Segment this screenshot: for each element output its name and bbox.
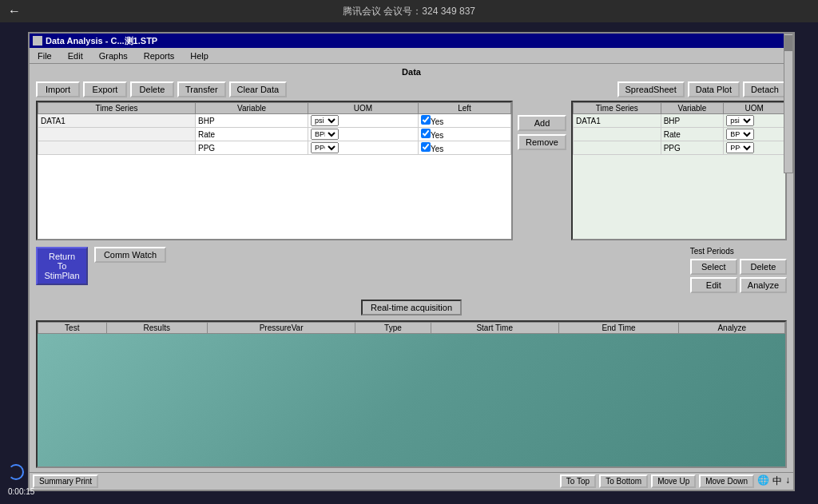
left-check-2[interactable] [421,129,431,138]
r-uom-select-1[interactable]: psi [726,115,754,126]
summary-print-button[interactable]: Summary Print [33,474,98,488]
bt-col-endtime: End Time [558,323,679,334]
left-check-1[interactable] [421,115,431,125]
return-line1: Return [49,252,75,261]
r-cell-var-2: Rate [661,128,724,141]
window-title-bar: Data Analysis - C...测1.STP [30,34,793,48]
analyze-button[interactable]: Analyze [740,277,787,293]
table-row: DATA1 BHP psi [574,114,785,128]
move-up-button[interactable]: Move Up [651,474,696,488]
bt-col-pressurevar: PressureVar [208,323,355,334]
bottom-data-table: Test Results PressureVar Type Start Time… [38,322,785,334]
left-data-table: Time Series Variable UOM Left DATA1 BHP … [38,102,511,155]
timer-spinner [8,464,24,480]
r-col-variable: Variable [661,103,724,114]
bt-col-test: Test [38,323,107,334]
r-uom-select-3[interactable]: PPG [726,142,754,153]
cell-left-1: Yes [418,114,510,128]
menu-help[interactable]: Help [185,50,213,62]
uom-select-2[interactable]: BPM [311,129,339,140]
menu-reports[interactable]: Reports [139,50,180,62]
delete-button[interactable]: Delete [130,81,174,97]
comm-watch-area: Comm Watch [94,247,166,263]
right-data-table: Time Series Variable UOM DATA1 BHP psi [573,102,785,155]
cell-uom-1: psi [308,114,419,128]
data-section-label: Data [36,67,787,77]
icon-chinese: 中 [772,474,782,488]
r-cell-ts-1: DATA1 [574,114,661,128]
table-row: PPG PPG Yes [38,141,511,155]
cell-left-3: Yes [418,141,510,155]
icon-globe: 🌐 [757,474,769,488]
detach-button[interactable]: Detach [743,81,787,97]
r-cell-uom-2: BPM [724,128,785,141]
add-remove-col: Add Remove [518,101,566,150]
table-row: DATA1 BHP psi Yes [38,114,511,128]
menu-edit[interactable]: Edit [63,50,88,62]
export-button[interactable]: Export [83,81,127,97]
top-button-row: Import Export Delete Transfer Clear Data… [36,81,787,97]
cell-time-series-3 [38,141,196,155]
menu-bar: File Edit Graphs Reports Help [30,48,793,64]
left-table-area: Time Series Variable UOM Left DATA1 BHP … [36,101,513,240]
cell-uom-3: PPG [308,141,419,155]
return-line3: StimPlan [44,271,79,280]
col-uom: UOM [308,103,419,114]
to-bottom-button[interactable]: To Bottom [599,474,648,488]
right-table-area: Time Series Variable UOM DATA1 BHP psi [571,101,787,240]
menu-file[interactable]: File [33,50,57,62]
window-icon [33,36,42,46]
realtime-button[interactable]: Real-time acquisition [361,300,462,315]
main-window: Data Analysis - C...测1.STP File Edit Gra… [28,32,795,491]
test-periods-buttons: Select Delete Edit Analyze [690,259,787,293]
cell-time-series-1: DATA1 [38,114,196,128]
cell-left-2: Yes [418,128,510,141]
col-left: Left [418,103,510,114]
transfer-button[interactable]: Transfer [177,81,226,97]
to-top-button[interactable]: To Top [560,474,596,488]
bt-col-starttime: Start Time [431,323,558,334]
realtime-section: Real-time acquisition [36,300,787,315]
col-time-series: Time Series [38,103,196,114]
move-down-button[interactable]: Move Down [699,474,754,488]
edit-button[interactable]: Edit [690,277,737,293]
test-periods-label: Test Periods [690,247,734,256]
cell-uom-2: BPM [308,128,419,141]
test-periods-area: Test Periods Select Delete Edit Analyze [690,247,787,293]
meeting-info: 腾讯会议 会议号：324 349 837 [343,5,475,18]
tp-delete-button[interactable]: Delete [740,259,787,275]
comm-watch-button[interactable]: Comm Watch [94,247,166,263]
r-cell-var-3: PPG [661,141,724,155]
r-col-time-series: Time Series [574,103,661,114]
r-cell-var-1: BHP [661,114,724,128]
uom-select-1[interactable]: psi [311,115,339,126]
right-scrollbar[interactable] [784,34,793,173]
r-col-uom: UOM [724,103,785,114]
remove-button[interactable]: Remove [518,134,566,150]
cell-time-series-2 [38,128,196,141]
add-button[interactable]: Add [518,115,566,131]
r-uom-select-2[interactable]: BPM [726,129,754,140]
bt-col-analyze: Analyze [679,323,785,334]
col-variable: Variable [196,103,308,114]
menu-graphs[interactable]: Graphs [94,50,133,62]
clear-data-button[interactable]: Clear Data [229,81,288,97]
bottom-table-area: Test Results PressureVar Type Start Time… [36,320,787,468]
back-button[interactable]: ← [8,4,21,18]
left-check-3[interactable] [421,142,431,152]
uom-select-3[interactable]: PPG [311,142,339,153]
data-plot-button[interactable]: Data Plot [688,81,740,97]
tables-area: Time Series Variable UOM Left DATA1 BHP … [36,101,787,240]
scroll-thumb [784,35,792,51]
timer-text: 0:00:15 [8,487,34,496]
icon-arrow: ↓ [785,474,790,488]
bt-col-type: Type [355,323,431,334]
return-to-stimplan-button[interactable]: Return To StimPlan [36,247,88,285]
table-row: Rate BPM Yes [38,128,511,141]
import-button[interactable]: Import [36,81,80,97]
return-line2: To [58,261,67,271]
spreadsheet-button[interactable]: SpreadSheet [617,81,685,97]
window-title: Data Analysis - C...测1.STP [46,35,157,47]
table-row: PPG PPG [574,141,785,155]
select-button[interactable]: Select [690,259,737,275]
